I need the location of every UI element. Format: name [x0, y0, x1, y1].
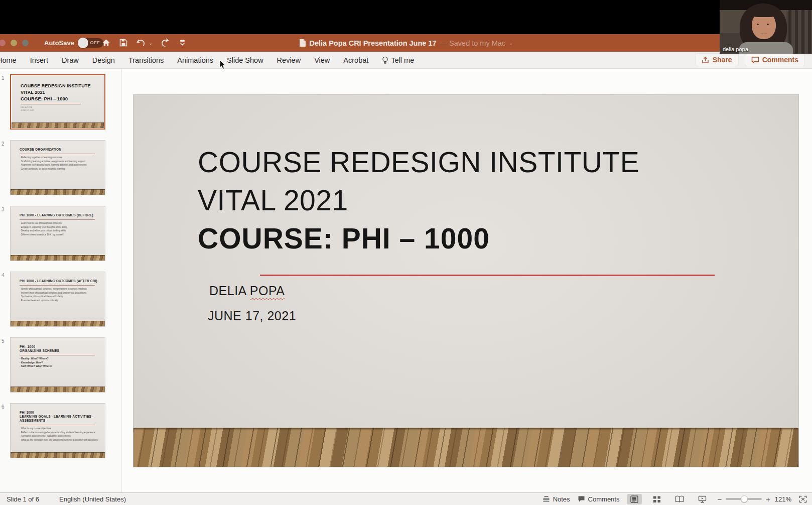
tab-transitions[interactable]: Transitions — [128, 56, 164, 64]
autosave-control: AutoSave OFF — [44, 38, 103, 48]
autosave-state: OFF — [90, 40, 100, 45]
webcam-name-label: delia popa — [723, 46, 748, 52]
zoom-control: − + 121% — [717, 495, 791, 503]
zoom-in-button[interactable]: + — [766, 495, 770, 503]
slide-thumbnail-3[interactable]: PHI 1000 - LEARNING OUTCOMES (BEFORE)· L… — [10, 206, 105, 261]
thumbnail-content: PHI 1000 - LEARNING OUTCOMES (BEFORE)· L… — [20, 213, 100, 236]
thumbnail-wood-floor — [11, 189, 105, 195]
thumbnail-wood-floor — [11, 255, 105, 261]
tab-slide-show[interactable]: Slide Show — [227, 56, 263, 64]
zoom-slider-knob[interactable] — [741, 495, 748, 502]
tab-draw[interactable]: Draw — [62, 56, 79, 64]
reading-view-button[interactable] — [672, 494, 687, 504]
screen-letterbox — [0, 0, 812, 34]
traffic-lights — [2, 40, 29, 46]
thumbnail-wood-floor — [12, 122, 104, 128]
tab-animations[interactable]: Animations — [177, 56, 213, 64]
tell-me-label: Tell me — [391, 56, 414, 64]
comments-toggle-label: Comments — [588, 495, 620, 503]
wood-floor-image — [133, 428, 798, 467]
slide-sorter-view-button[interactable] — [649, 494, 664, 504]
normal-view-button[interactable] — [627, 494, 642, 504]
slide-thumbnail-panel: 1COURSE REDESIGN INSTITUTEVITAL 2021COUR… — [0, 69, 122, 492]
zoom-window-button[interactable] — [22, 40, 29, 46]
tab-acrobat[interactable]: Acrobat — [343, 56, 368, 64]
thumbnail-content: PHI 1000 - LEARNING OUTCOMES (AFTER CRI)… — [20, 279, 100, 302]
slide-canvas[interactable]: COURSE REDESIGN INSTITUTE VITAL 2021 COU… — [133, 94, 799, 467]
tab-design[interactable]: Design — [92, 56, 115, 64]
share-label: Share — [713, 56, 732, 64]
slide-thumbnail-4[interactable]: PHI 1000 - LEARNING OUTCOMES (AFTER CRI)… — [10, 272, 105, 327]
thumbnail-slide-preview: PHI 1000LEARNING GOALS - LEARNING ACTIVI… — [11, 404, 105, 458]
share-icon — [702, 56, 710, 64]
thumbnail-number: 3 — [2, 207, 5, 212]
undo-dropdown-chevron-icon[interactable]: ⌄ — [149, 40, 153, 46]
undo-icon[interactable] — [136, 37, 147, 49]
thumbnail-number: 5 — [2, 338, 5, 344]
minimize-window-button[interactable] — [11, 40, 17, 46]
slide-title[interactable]: COURSE REDESIGN INSTITUTE VITAL 2021 COU… — [198, 143, 639, 258]
toolbar-overflow-icon[interactable] — [177, 37, 188, 49]
comment-filled-icon — [578, 495, 585, 502]
comments-toggle-button[interactable]: Comments — [578, 495, 620, 503]
slide-thumbnail-1[interactable]: COURSE REDESIGN INSTITUTEVITAL 2021COURS… — [10, 74, 105, 130]
toggle-knob-icon — [78, 38, 88, 48]
zoom-out-button[interactable]: − — [717, 495, 722, 503]
powerpoint-window: AutoSave OFF ⌄ — [0, 0, 812, 505]
presenter-eye-right — [767, 24, 769, 25]
thumbnail-wood-floor — [11, 387, 105, 392]
workspace: 1COURSE REDESIGN INSTITUTEVITAL 2021COUR… — [0, 69, 812, 492]
autosave-label: AutoSave — [44, 39, 74, 47]
thumbnail-number: 1 — [2, 75, 5, 81]
save-icon[interactable] — [118, 37, 129, 49]
notes-button[interactable]: Notes — [543, 495, 570, 503]
document-title[interactable]: Delia Popa CRI Presentation June 17 — [310, 39, 437, 47]
tab-insert[interactable]: Insert — [30, 56, 48, 64]
presenter-eye-left — [757, 24, 759, 25]
title-dropdown-chevron-icon[interactable]: ⌄ — [509, 40, 513, 46]
tab-home[interactable]: Home — [0, 56, 17, 64]
thumbnail-number: 6 — [2, 404, 5, 410]
mouse-cursor — [219, 60, 226, 70]
comments-label: Comments — [762, 56, 798, 64]
thumbnail-slide-preview: PHI -1000ORGANIZING SCHEMES· Reality: Wh… — [11, 338, 105, 392]
document-icon — [299, 39, 306, 47]
author-second-word: POPA — [250, 284, 285, 298]
comments-button[interactable]: Comments — [745, 53, 805, 66]
save-status: — Saved to my Mac — [440, 39, 506, 47]
slide-title-line2: VITAL 2021 — [198, 181, 639, 219]
ribbon-tabs: HomeInsertDrawDesignTransitionsAnimation… — [0, 56, 368, 64]
slide-thumbnail-6[interactable]: PHI 1000LEARNING GOALS - LEARNING ACTIVI… — [10, 403, 105, 458]
thumbnail-wood-floor — [11, 452, 105, 458]
slide-author[interactable]: DELIA POPA — [209, 284, 285, 298]
tab-view[interactable]: View — [314, 56, 330, 64]
slide-thumbnail-5[interactable]: PHI -1000ORGANIZING SCHEMES· Reality: Wh… — [10, 337, 105, 393]
thumbnail-slide-preview: PHI 1000 - LEARNING OUTCOMES (BEFORE)· L… — [11, 206, 105, 261]
notes-label: Notes — [553, 495, 570, 503]
thumbnail-content: COURSE ORGANIZATION· Reflecting together… — [20, 148, 100, 171]
fit-slide-to-window-button[interactable] — [799, 495, 807, 503]
redo-icon[interactable] — [159, 37, 170, 49]
slide-show-button[interactable] — [695, 494, 710, 504]
tab-review[interactable]: Review — [277, 56, 301, 64]
lightbulb-icon — [382, 56, 388, 64]
share-button[interactable]: Share — [695, 53, 739, 66]
close-window-button[interactable] — [0, 40, 6, 46]
thumbnail-content: COURSE REDESIGN INSTITUTEVITAL 2021COURS… — [21, 83, 99, 112]
thumbnail-content: PHI -1000ORGANIZING SCHEMES· Reality: Wh… — [20, 345, 100, 368]
slide-thumbnail-2[interactable]: COURSE ORGANIZATION· Reflecting together… — [10, 140, 105, 195]
zoom-slider[interactable] — [726, 498, 762, 500]
ribbon-tab-bar: HomeInsertDrawDesignTransitionsAnimation… — [0, 52, 812, 69]
slide-title-line1: COURSE REDESIGN INSTITUTE — [198, 143, 639, 181]
tab-tell-me[interactable]: Tell me — [382, 56, 414, 64]
webcam-overlay: delia popa — [720, 0, 812, 54]
comment-bubble-icon — [751, 56, 759, 64]
autosave-toggle[interactable]: OFF — [78, 38, 103, 48]
presenter-mouth — [761, 32, 767, 34]
slide-date[interactable]: JUNE 17, 2021 — [208, 309, 296, 323]
zoom-percentage[interactable]: 121% — [774, 495, 791, 503]
slide-divider-line — [260, 275, 715, 276]
window-titlebar: AutoSave OFF ⌄ — [0, 34, 812, 52]
language-indicator[interactable]: English (United States) — [59, 495, 126, 503]
home-icon[interactable] — [100, 37, 111, 49]
